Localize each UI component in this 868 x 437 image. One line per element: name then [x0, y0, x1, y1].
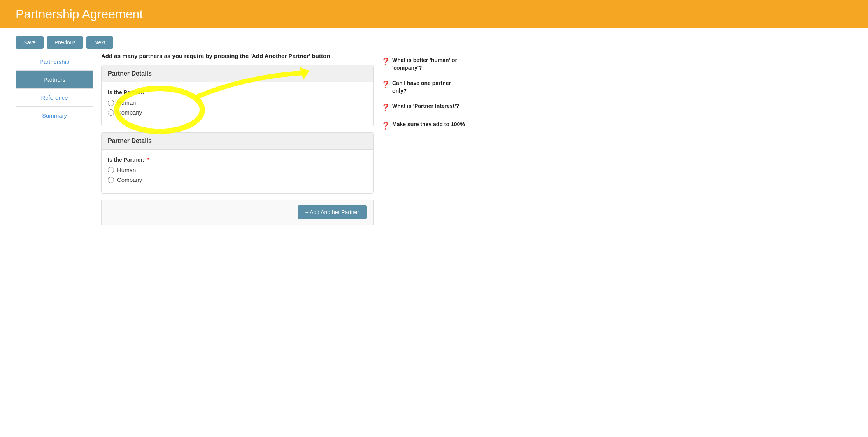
- radio-company-input-2[interactable]: [108, 177, 114, 183]
- sidebar-item-reference[interactable]: Reference: [16, 89, 93, 107]
- help-item-4[interactable]: ❓ Make sure they add to 100%: [381, 121, 467, 131]
- help-icon-1: ❓: [381, 57, 390, 67]
- toolbar: Save Previous Next: [0, 28, 868, 53]
- bottom-bar: + Add Another Partner: [101, 200, 374, 225]
- partner-card-1-header: Partner Details: [102, 65, 373, 82]
- partner-card-1-container: Partner Details Is the Partner: * Human …: [101, 65, 374, 126]
- content-instruction: Add as many partners as you require by p…: [101, 53, 374, 59]
- radio-human-label-1: Human: [117, 99, 136, 106]
- sidebar: Partnership Partners Reference Summary: [16, 53, 93, 225]
- next-button[interactable]: Next: [86, 36, 113, 49]
- partner-card-2: Partner Details Is the Partner: * Human …: [101, 132, 374, 194]
- radio-company-2[interactable]: Company: [108, 176, 367, 183]
- partner-card-1: Partner Details Is the Partner: * Human …: [101, 65, 374, 126]
- page-title: Partnership Agreement: [16, 7, 852, 21]
- radio-human-2[interactable]: Human: [108, 167, 367, 173]
- radio-human-input-2[interactable]: [108, 167, 114, 173]
- radio-human-input-1[interactable]: [108, 100, 114, 106]
- partner-card-2-body: Is the Partner: * Human Company: [102, 150, 373, 193]
- radio-company-label-1: Company: [117, 109, 142, 116]
- partner-card-1-body: Is the Partner: * Human Company: [102, 82, 373, 126]
- help-item-2[interactable]: ❓ Can I have one partner only?: [381, 79, 467, 95]
- save-button[interactable]: Save: [16, 36, 44, 49]
- help-icon-4: ❓: [381, 121, 390, 131]
- radio-company-1[interactable]: Company: [108, 109, 367, 116]
- radio-company-label-2: Company: [117, 176, 142, 183]
- previous-button[interactable]: Previous: [47, 36, 83, 49]
- radio-human-label-2: Human: [117, 167, 136, 173]
- sidebar-item-summary[interactable]: Summary: [16, 107, 93, 124]
- sidebar-item-partnership[interactable]: Partnership: [16, 53, 93, 71]
- help-item-1[interactable]: ❓ What is better 'human' or 'company'?: [381, 56, 467, 72]
- content-area: Add as many partners as you require by p…: [101, 53, 374, 225]
- required-marker-1: *: [147, 89, 149, 95]
- partner-type-label-1: Is the Partner: *: [108, 89, 367, 95]
- radio-human-1[interactable]: Human: [108, 99, 367, 106]
- help-text-2: Can I have one partner only?: [392, 79, 467, 95]
- radio-company-input-1[interactable]: [108, 109, 114, 116]
- partner-type-label-2: Is the Partner: *: [108, 157, 367, 163]
- main-layout: Partnership Partners Reference Summary A…: [0, 53, 868, 225]
- required-marker-2: *: [147, 157, 149, 163]
- sidebar-item-partners[interactable]: Partners: [16, 71, 93, 89]
- page-header: Partnership Agreement: [0, 0, 868, 28]
- add-another-partner-button[interactable]: + Add Another Partner: [298, 205, 367, 219]
- help-text-3: What is 'Partner Interest'?: [392, 102, 459, 110]
- help-icon-2: ❓: [381, 80, 390, 90]
- help-text-1: What is better 'human' or 'company'?: [392, 56, 467, 72]
- partner-card-2-header: Partner Details: [102, 133, 373, 150]
- help-icon-3: ❓: [381, 103, 390, 113]
- help-text-4: Make sure they add to 100%: [392, 121, 465, 129]
- help-item-3[interactable]: ❓ What is 'Partner Interest'?: [381, 102, 467, 113]
- help-panel: ❓ What is better 'human' or 'company'? ❓…: [381, 53, 467, 225]
